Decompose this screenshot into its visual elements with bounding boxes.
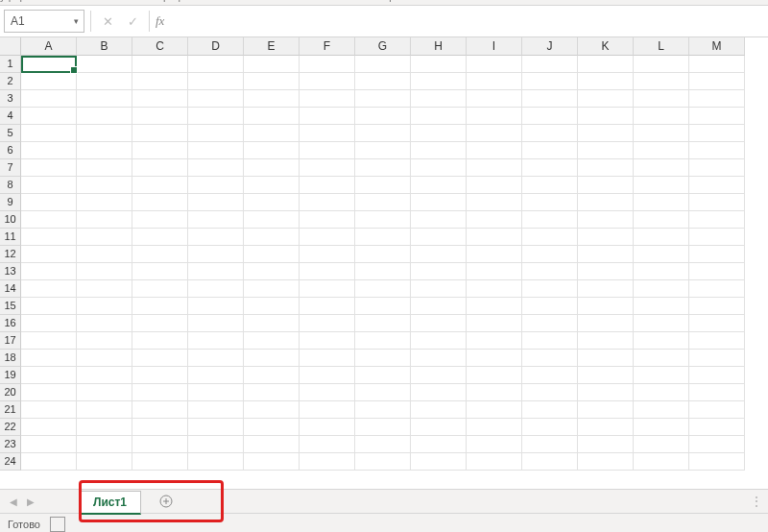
cell[interactable] bbox=[244, 315, 300, 332]
row-header[interactable]: 15 bbox=[0, 298, 21, 315]
cell[interactable] bbox=[132, 367, 188, 384]
cell[interactable] bbox=[188, 350, 244, 367]
row-header[interactable]: 24 bbox=[0, 453, 21, 471]
cell[interactable] bbox=[355, 367, 411, 384]
cell[interactable] bbox=[467, 73, 522, 90]
column-header[interactable]: I bbox=[467, 37, 522, 56]
cell[interactable] bbox=[21, 384, 77, 401]
cell[interactable] bbox=[522, 159, 578, 177]
cell[interactable] bbox=[188, 453, 244, 471]
tab-nav-prev-icon[interactable]: ◀ bbox=[6, 494, 21, 509]
cell[interactable] bbox=[578, 384, 634, 401]
cell[interactable] bbox=[21, 350, 77, 367]
row-header[interactable]: 16 bbox=[0, 315, 21, 332]
select-all-corner[interactable] bbox=[0, 37, 21, 56]
cell[interactable] bbox=[244, 159, 300, 177]
cell[interactable] bbox=[578, 436, 634, 453]
cell[interactable] bbox=[634, 177, 689, 194]
cell[interactable] bbox=[467, 194, 522, 211]
cell[interactable] bbox=[689, 350, 745, 367]
cell[interactable] bbox=[188, 419, 244, 436]
row-header[interactable]: 22 bbox=[0, 419, 21, 436]
cell[interactable] bbox=[411, 177, 467, 194]
sheet-tab[interactable]: Лист1 bbox=[79, 491, 141, 515]
cell[interactable] bbox=[244, 332, 300, 350]
cell[interactable] bbox=[355, 401, 411, 419]
column-header[interactable]: F bbox=[300, 37, 355, 56]
cell[interactable] bbox=[689, 142, 745, 159]
cell[interactable] bbox=[634, 436, 689, 453]
cell[interactable] bbox=[77, 350, 132, 367]
cell[interactable] bbox=[522, 350, 578, 367]
column-header[interactable]: M bbox=[689, 37, 745, 56]
cell[interactable] bbox=[689, 194, 745, 211]
cell[interactable] bbox=[188, 73, 244, 90]
cell[interactable] bbox=[467, 90, 522, 108]
cell[interactable] bbox=[467, 263, 522, 280]
cell[interactable] bbox=[355, 332, 411, 350]
cell[interactable] bbox=[244, 125, 300, 142]
cell[interactable] bbox=[188, 125, 244, 142]
cell[interactable] bbox=[578, 159, 634, 177]
column-header[interactable]: C bbox=[132, 37, 188, 56]
cell[interactable] bbox=[578, 142, 634, 159]
cell[interactable] bbox=[467, 453, 522, 471]
cell[interactable] bbox=[411, 298, 467, 315]
cell[interactable] bbox=[467, 280, 522, 298]
cell[interactable] bbox=[77, 159, 132, 177]
cell[interactable] bbox=[244, 229, 300, 246]
cell[interactable] bbox=[77, 419, 132, 436]
cell[interactable] bbox=[77, 453, 132, 471]
cell[interactable] bbox=[77, 211, 132, 229]
cell[interactable] bbox=[355, 73, 411, 90]
cell[interactable] bbox=[21, 177, 77, 194]
cell[interactable] bbox=[244, 263, 300, 280]
tab-nav-next-icon[interactable]: ▶ bbox=[23, 494, 38, 509]
cell[interactable] bbox=[522, 229, 578, 246]
cell[interactable] bbox=[634, 194, 689, 211]
cell[interactable] bbox=[300, 194, 355, 211]
formula-input[interactable] bbox=[174, 10, 768, 33]
cell[interactable] bbox=[522, 263, 578, 280]
cell[interactable] bbox=[244, 436, 300, 453]
row-header[interactable]: 12 bbox=[0, 246, 21, 263]
cell[interactable] bbox=[132, 315, 188, 332]
cell[interactable] bbox=[355, 419, 411, 436]
cell[interactable] bbox=[689, 73, 745, 90]
cell[interactable] bbox=[132, 159, 188, 177]
row-header[interactable]: 13 bbox=[0, 263, 21, 280]
cell[interactable] bbox=[467, 436, 522, 453]
cell[interactable] bbox=[522, 367, 578, 384]
cell[interactable] bbox=[188, 280, 244, 298]
cell[interactable] bbox=[578, 263, 634, 280]
cell[interactable] bbox=[21, 280, 77, 298]
cell[interactable] bbox=[411, 73, 467, 90]
cell[interactable] bbox=[21, 436, 77, 453]
cell[interactable] bbox=[21, 453, 77, 471]
cell[interactable] bbox=[411, 125, 467, 142]
row-header[interactable]: 3 bbox=[0, 90, 21, 108]
name-box-dropdown-icon[interactable]: ▾ bbox=[68, 16, 84, 26]
cell[interactable] bbox=[355, 211, 411, 229]
cell[interactable] bbox=[355, 108, 411, 125]
cell[interactable] bbox=[244, 177, 300, 194]
cell[interactable] bbox=[467, 142, 522, 159]
row-headers[interactable]: 123456789101112131415161718192021222324 bbox=[0, 56, 21, 471]
cell[interactable] bbox=[132, 229, 188, 246]
cell[interactable] bbox=[244, 73, 300, 90]
cell[interactable] bbox=[689, 90, 745, 108]
cell[interactable] bbox=[188, 436, 244, 453]
cell[interactable] bbox=[689, 263, 745, 280]
cell[interactable] bbox=[467, 159, 522, 177]
cell[interactable] bbox=[411, 401, 467, 419]
cell[interactable] bbox=[411, 159, 467, 177]
cell[interactable] bbox=[467, 332, 522, 350]
cell[interactable] bbox=[522, 280, 578, 298]
cell[interactable] bbox=[522, 453, 578, 471]
cell[interactable] bbox=[132, 177, 188, 194]
cell[interactable] bbox=[244, 350, 300, 367]
cell[interactable] bbox=[355, 177, 411, 194]
cell[interactable] bbox=[411, 246, 467, 263]
cell[interactable] bbox=[300, 384, 355, 401]
cell[interactable] bbox=[522, 142, 578, 159]
